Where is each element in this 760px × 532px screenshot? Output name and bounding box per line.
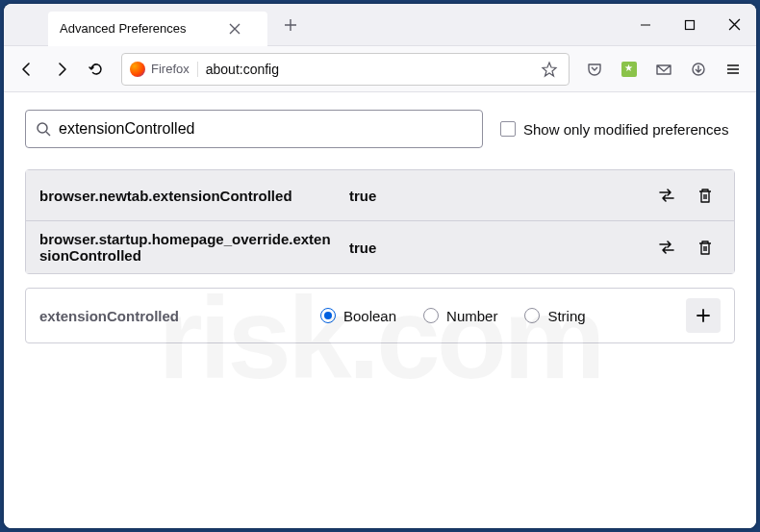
search-box[interactable]	[25, 110, 483, 148]
preferences-table: browser.newtab.extensionControlled true …	[25, 169, 735, 274]
extension-icon[interactable]	[614, 54, 645, 85]
preference-name: browser.newtab.extensionControlled	[39, 188, 336, 204]
toolbar-icons	[579, 54, 748, 85]
firefox-logo-icon	[130, 62, 145, 77]
show-modified-checkbox[interactable]: Show only modified preferences	[500, 121, 728, 138]
radio-icon	[320, 308, 336, 323]
navigation-toolbar: Firefox about:config	[4, 46, 756, 92]
svg-rect-0	[686, 20, 695, 29]
search-icon	[36, 121, 51, 137]
radio-label: String	[547, 308, 585, 324]
url-text: about:config	[206, 62, 530, 77]
search-row: Show only modified preferences	[25, 110, 735, 148]
preference-actions	[651, 180, 721, 211]
radio-label: Number	[446, 308, 497, 324]
forward-button[interactable]	[46, 54, 77, 85]
back-button[interactable]	[12, 54, 42, 85]
radio-icon	[423, 308, 439, 323]
pocket-icon[interactable]	[579, 54, 610, 85]
toggle-button[interactable]	[651, 180, 682, 211]
reload-button[interactable]	[81, 54, 112, 85]
preference-row[interactable]: browser.startup.homepage_override.extens…	[26, 220, 734, 273]
preference-value: true	[349, 240, 638, 256]
checkbox-icon	[500, 121, 516, 137]
menu-icon[interactable]	[718, 54, 748, 85]
delete-button[interactable]	[690, 180, 721, 211]
bookmark-star-icon[interactable]	[538, 58, 561, 81]
checkbox-label: Show only modified preferences	[523, 121, 728, 138]
preference-actions	[651, 232, 721, 263]
search-input[interactable]	[59, 120, 472, 138]
radio-boolean[interactable]: Boolean	[320, 308, 396, 324]
delete-button[interactable]	[690, 232, 721, 263]
url-bar[interactable]: Firefox about:config	[121, 53, 570, 86]
new-tab-button[interactable]	[275, 10, 306, 40]
browser-window: Advanced Preferences	[4, 4, 756, 528]
window-controls	[623, 4, 756, 46]
preference-value: true	[349, 188, 638, 204]
identity-label: Firefox	[151, 62, 190, 76]
preference-row[interactable]: browser.newtab.extensionControlled true	[26, 170, 734, 220]
svg-point-1	[38, 123, 47, 133]
titlebar: Advanced Preferences	[4, 4, 756, 46]
identity-box[interactable]: Firefox	[130, 62, 198, 77]
radio-number[interactable]: Number	[423, 308, 497, 324]
radio-icon	[524, 308, 540, 323]
new-preference-name: extensionControlled	[39, 308, 307, 324]
new-preference-row: extensionControlled Boolean Number Strin…	[25, 288, 735, 343]
toggle-button[interactable]	[651, 232, 682, 263]
downloads-icon[interactable]	[683, 54, 714, 85]
type-radio-group: Boolean Number String	[320, 308, 672, 324]
radio-label: Boolean	[343, 308, 396, 324]
radio-string[interactable]: String	[524, 308, 585, 324]
preference-name: browser.startup.homepage_override.extens…	[39, 231, 336, 264]
close-tab-icon[interactable]	[225, 19, 244, 38]
maximize-button[interactable]	[668, 4, 712, 46]
active-tab[interactable]: Advanced Preferences	[48, 12, 267, 46]
tab-title: Advanced Preferences	[60, 21, 187, 36]
mail-icon[interactable]	[648, 54, 679, 85]
page-content: risk.com Show only modified preferences …	[4, 92, 756, 528]
minimize-button[interactable]	[623, 4, 668, 46]
close-window-button[interactable]	[712, 4, 756, 46]
add-preference-button[interactable]	[686, 298, 721, 333]
